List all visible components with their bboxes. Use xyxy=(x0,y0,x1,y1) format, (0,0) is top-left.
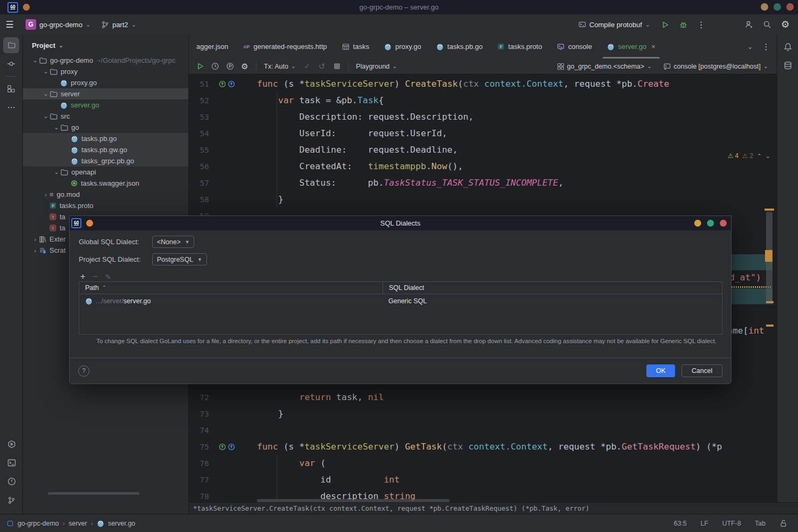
chevron-down-icon[interactable]: ⌄ xyxy=(53,124,60,131)
global-dialect-dropdown[interactable]: <None> ▼ xyxy=(152,236,194,248)
chevron-down-icon[interactable]: ⌄ xyxy=(31,57,39,64)
execute-button[interactable] xyxy=(193,60,207,73)
chevron-right-icon[interactable]: › xyxy=(42,192,49,198)
project-widget[interactable]: G go-grpc-demo ⌄ xyxy=(21,17,95,32)
chevron-down-icon[interactable]: ⌄ xyxy=(42,113,49,120)
editor-tab-agger.json[interactable]: agger.json xyxy=(189,35,236,59)
status-widget-635[interactable]: 63:5 xyxy=(674,520,686,527)
implemented-icon[interactable] xyxy=(219,80,226,88)
stop-button[interactable] xyxy=(330,60,344,73)
search-everywhere-button[interactable] xyxy=(760,17,775,32)
debug-button[interactable] xyxy=(676,17,691,32)
dialog-maximize-button[interactable] xyxy=(707,220,714,227)
editor-tab-console[interactable]: console xyxy=(550,35,600,59)
services-tool-button[interactable] xyxy=(4,436,20,452)
project-tool-button[interactable] xyxy=(3,37,19,53)
tab-list-chevron-icon[interactable]: ⌄ xyxy=(743,39,758,54)
playground-selector[interactable]: Playground ⌄ xyxy=(353,61,400,72)
dialect-table-row[interactable]: .../server/server.goGeneric SQL xyxy=(79,294,722,307)
tree-item-server[interactable]: ⌄server xyxy=(23,88,188,99)
terminal-tool-button[interactable] xyxy=(4,455,20,471)
path-column-header[interactable]: Path xyxy=(85,284,99,292)
editor-tab-tasks[interactable]: tasks xyxy=(335,35,377,59)
tree-item-go.mod[interactable]: ›≡go.mod xyxy=(23,189,188,200)
status-widget-tab[interactable]: Tab xyxy=(755,520,766,527)
breadcrumb-item[interactable]: go-grpc-demo xyxy=(18,520,59,527)
code-with-me-button[interactable] xyxy=(742,17,757,32)
status-widget-lf[interactable]: LF xyxy=(701,520,709,527)
database-tool-button[interactable] xyxy=(780,57,796,73)
rollback-tx-button[interactable]: ↺ xyxy=(315,60,329,73)
chevron-down-icon[interactable]: ⌄ xyxy=(42,90,49,97)
next-issue-icon[interactable]: ⌄ xyxy=(766,153,770,159)
status-widget-utf8[interactable]: UTF-8 xyxy=(722,520,741,527)
more-tools-button[interactable]: ⋯ xyxy=(3,99,19,115)
project-dialect-dropdown[interactable]: PostgreSQL ▼ xyxy=(152,253,207,265)
breadcrumb-item[interactable]: server xyxy=(69,520,87,527)
cancel-button[interactable]: Cancel xyxy=(681,364,722,377)
ok-button[interactable]: OK xyxy=(646,364,675,377)
problems-tool-button[interactable] xyxy=(4,473,20,489)
dialog-minimize-button[interactable] xyxy=(694,220,701,227)
commit-tool-button[interactable] xyxy=(3,56,19,72)
help-button[interactable]: ? xyxy=(78,365,89,377)
tree-item-proxy.go[interactable]: proxy.go xyxy=(23,77,188,88)
console-settings-button[interactable]: ⚙ xyxy=(238,60,252,73)
tree-item-proxy[interactable]: ⌄proxy xyxy=(23,66,188,77)
tree-item-tasks.pb.go[interactable]: tasks.pb.go xyxy=(23,133,188,144)
tree-item-tasks.swagger.json[interactable]: tasks.swagger.json xyxy=(23,178,188,189)
implemented-icon[interactable] xyxy=(219,443,226,451)
overrides-icon[interactable] xyxy=(228,80,235,88)
schema-selector[interactable]: go_grpc_demo.<schema> ⌄ xyxy=(554,61,655,72)
project-panel-header[interactable]: Project ⌄ xyxy=(23,35,188,53)
dialog-close-button[interactable] xyxy=(720,220,727,227)
maximize-button[interactable] xyxy=(774,3,781,11)
editor-tab-generated-requests.http[interactable]: APgenerated-requests.http xyxy=(236,35,335,59)
chevron-right-icon[interactable]: › xyxy=(31,247,39,254)
inspection-widget[interactable]: ⚠4 ⚠2 ⌃ ⌄ xyxy=(728,152,770,160)
tree-item-tasks.pb.gw.go[interactable]: tasks.pb.gw.go xyxy=(23,144,188,155)
project-horizontal-scrollbar[interactable] xyxy=(48,492,139,495)
commit-tx-button[interactable]: ✓ xyxy=(300,60,314,73)
tree-item-tasks_grpc.pb.go[interactable]: tasks_grpc.pb.go xyxy=(23,155,188,167)
breadcrumb-item[interactable]: server.go xyxy=(108,520,135,527)
chevron-down-icon[interactable]: ⌄ xyxy=(42,68,49,75)
prev-issue-icon[interactable]: ⌃ xyxy=(757,153,762,160)
explain-plan-button[interactable] xyxy=(223,60,237,73)
chevron-right-icon[interactable]: › xyxy=(31,236,39,243)
add-path-button[interactable]: + xyxy=(80,272,85,281)
overrides-icon[interactable] xyxy=(228,443,235,451)
more-actions-button[interactable]: ⋮ xyxy=(694,17,709,32)
notifications-button[interactable] xyxy=(780,39,796,55)
query-history-button[interactable] xyxy=(208,60,222,73)
tab-options-icon[interactable]: ⋮ xyxy=(759,39,774,54)
remove-path-button[interactable]: − xyxy=(93,272,97,281)
tree-item-go-grpc-demo[interactable]: ⌄go-grpc-demo~/GolandProjects/go-grpc xyxy=(23,55,188,66)
tree-item-tasks.proto[interactable]: Ptasks.proto xyxy=(23,200,188,211)
lock-open-icon[interactable] xyxy=(779,519,787,527)
tree-item-src[interactable]: ⌄src xyxy=(23,111,188,122)
table-header[interactable]: Path ⌃ SQL Dialect xyxy=(79,282,722,294)
editor-tab-server.go[interactable]: server.go× xyxy=(600,35,663,59)
edit-path-button[interactable]: ✎ xyxy=(105,273,111,281)
tree-item-go[interactable]: ⌄go xyxy=(23,122,188,133)
editor-tab-tasks.proto[interactable]: Ptasks.proto xyxy=(490,35,550,59)
dialect-column-header[interactable]: SQL Dialect xyxy=(383,282,424,294)
run-button[interactable] xyxy=(658,17,672,32)
version-control-tool-button[interactable] xyxy=(4,492,20,508)
settings-button[interactable]: ⚙ xyxy=(778,17,793,32)
editor-tab-proxy.go[interactable]: proxy.go xyxy=(377,35,429,59)
close-button[interactable] xyxy=(786,3,794,11)
tree-item-openapi[interactable]: ⌄openapi xyxy=(23,167,188,178)
structure-tool-button[interactable] xyxy=(3,81,19,97)
main-menu-icon[interactable]: ☰ xyxy=(0,19,19,30)
console-session-selector[interactable]: console [postgres@localhost] ⌄ xyxy=(660,61,771,72)
close-tab-icon[interactable]: × xyxy=(651,43,655,51)
vcs-branch-widget[interactable]: part2 ⌄ xyxy=(97,19,140,31)
editor-tab-tasks.pb.go[interactable]: tasks.pb.go xyxy=(429,35,491,59)
tx-mode-selector[interactable]: Tx: Auto ⌄ xyxy=(261,61,299,72)
tree-item-server.go[interactable]: server.go xyxy=(23,99,188,111)
run-configuration-widget[interactable]: Compile protobuf ⌄ xyxy=(574,19,654,31)
chevron-down-icon[interactable]: ⌄ xyxy=(53,169,60,176)
minimize-button[interactable] xyxy=(761,3,768,11)
